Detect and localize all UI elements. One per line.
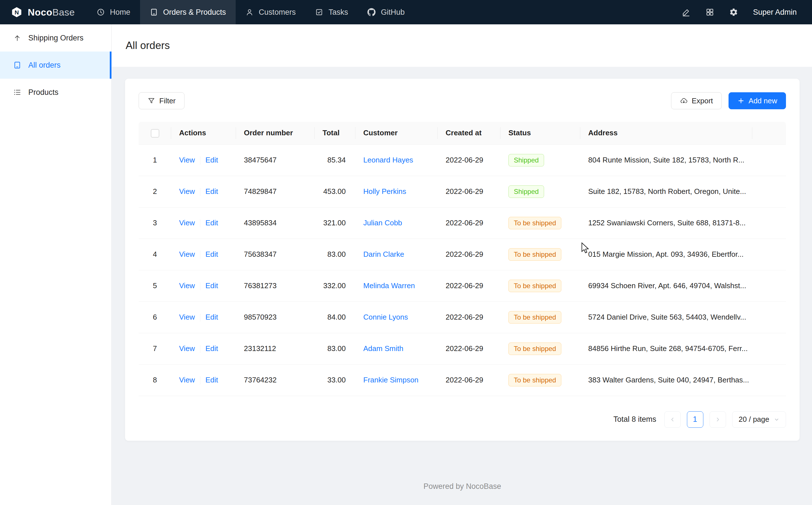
row-customer: Connie Lyons: [355, 302, 438, 333]
row-total: 33.00: [315, 364, 355, 396]
row-filler: [752, 270, 786, 302]
add-new-button[interactable]: Add new: [729, 92, 786, 109]
view-link[interactable]: View: [179, 376, 195, 384]
table-row: 7 ViewEdit 23132112 83.00 Adam Smith 202…: [139, 333, 786, 364]
page-header: All orders: [112, 24, 812, 67]
edit-link[interactable]: Edit: [205, 187, 218, 196]
view-link[interactable]: View: [179, 313, 195, 321]
view-link[interactable]: View: [179, 156, 195, 164]
edit-link[interactable]: Edit: [205, 376, 218, 384]
customer-link[interactable]: Julian Cobb: [363, 218, 402, 227]
github-icon: [367, 8, 376, 16]
view-link[interactable]: View: [179, 187, 195, 196]
pagination-page-1[interactable]: 1: [687, 411, 703, 428]
chevron-right-icon: [715, 416, 721, 423]
view-link[interactable]: View: [179, 344, 195, 353]
table-row: 8 ViewEdit 73764232 33.00 Frankie Simpso…: [139, 364, 786, 396]
powered-by-link[interactable]: Powered by NocoBase: [125, 482, 800, 491]
edit-link[interactable]: Edit: [205, 250, 218, 259]
edit-link[interactable]: Edit: [205, 344, 218, 353]
action-divider: [200, 219, 200, 227]
export-button[interactable]: Export: [671, 92, 722, 109]
filter-button-label: Filter: [159, 97, 176, 105]
select-all-checkbox[interactable]: [151, 129, 159, 138]
ui-editor-pen-icon[interactable]: [682, 8, 691, 17]
sidebar-item-all-orders[interactable]: All orders: [0, 51, 111, 79]
status-badge: Shipped: [508, 154, 544, 166]
row-actions: ViewEdit: [171, 270, 236, 302]
row-status: To be shipped: [501, 302, 580, 333]
view-link[interactable]: View: [179, 250, 195, 259]
action-divider: [200, 282, 200, 290]
row-filler: [752, 238, 786, 270]
status-badge: To be shipped: [508, 217, 561, 229]
row-order-number: 98570923: [236, 302, 315, 333]
nav-item-label: GitHub: [381, 8, 404, 17]
main-area: All orders Filter Export: [112, 24, 812, 505]
action-divider: [200, 157, 200, 164]
edit-link[interactable]: Edit: [205, 281, 218, 290]
row-filler: [752, 302, 786, 333]
row-index: 6: [139, 302, 171, 333]
pagination-prev-button[interactable]: [664, 411, 681, 428]
customer-link[interactable]: Connie Lyons: [363, 313, 408, 321]
sidebar-item-products[interactable]: Products: [0, 79, 111, 106]
brand-name: NocoBase: [28, 7, 75, 18]
action-divider: [200, 188, 200, 196]
row-created-at: 2022-06-29: [438, 144, 501, 176]
view-link[interactable]: View: [179, 218, 195, 227]
customer-link[interactable]: Frankie Simpson: [363, 376, 419, 384]
nav-item-tasks[interactable]: Tasks: [305, 0, 358, 24]
row-index: 4: [139, 238, 171, 270]
nav-item-home[interactable]: Home: [87, 0, 140, 24]
plugins-grid-icon[interactable]: [705, 8, 715, 17]
user-menu[interactable]: Super Admin: [753, 8, 797, 17]
view-link[interactable]: View: [179, 281, 195, 290]
row-customer: Melinda Warren: [355, 270, 438, 302]
row-address: 69934 Schoen River, Apt. 646, 49704, Wal…: [580, 270, 752, 302]
edit-link[interactable]: Edit: [205, 156, 218, 164]
sidebar-item-shipping-orders[interactable]: Shipping Orders: [0, 24, 111, 51]
nav-item-orders-products[interactable]: Orders & Products: [140, 0, 236, 24]
table-row: 2 ViewEdit 74829847 453.00 Holly Perkins…: [139, 176, 786, 207]
customer-link[interactable]: Darin Clarke: [363, 250, 404, 259]
cloud-download-icon: [680, 97, 688, 105]
edit-link[interactable]: Edit: [205, 218, 218, 227]
row-order-number: 73764232: [236, 364, 315, 396]
nav-item-github[interactable]: GitHub: [358, 0, 414, 24]
settings-gear-icon[interactable]: [729, 8, 738, 17]
status-badge: To be shipped: [508, 343, 561, 355]
table-header: Actions Order number Total Customer Crea…: [139, 122, 786, 144]
customer-link[interactable]: Leonard Hayes: [363, 156, 413, 164]
row-created-at: 2022-06-29: [438, 238, 501, 270]
edit-link[interactable]: Edit: [205, 313, 218, 321]
table-row: 6 ViewEdit 98570923 84.00 Connie Lyons 2…: [139, 302, 786, 333]
row-actions: ViewEdit: [171, 207, 236, 238]
svg-text:N: N: [14, 9, 19, 16]
row-actions: ViewEdit: [171, 333, 236, 364]
filter-button[interactable]: Filter: [139, 92, 185, 109]
row-status: Shipped: [501, 144, 580, 176]
page-size-select[interactable]: 20 / page: [732, 411, 786, 428]
row-total: 83.00: [315, 333, 355, 364]
brand[interactable]: N NocoBase: [0, 0, 87, 24]
status-badge: To be shipped: [508, 374, 561, 386]
row-order-number: 23132112: [236, 333, 315, 364]
row-order-number: 75638347: [236, 238, 315, 270]
customer-link[interactable]: Holly Perkins: [363, 187, 406, 196]
topbar-right: Super Admin: [682, 0, 812, 24]
add-new-button-label: Add new: [749, 97, 777, 105]
status-badge: To be shipped: [508, 311, 561, 324]
table-row: 1 ViewEdit 38475647 85.34 Leonard Hayes …: [139, 144, 786, 176]
customer-link[interactable]: Adam Smith: [363, 344, 403, 353]
filter-funnel-icon: [148, 97, 155, 105]
nav-item-label: Orders & Products: [163, 8, 226, 17]
customer-link[interactable]: Melinda Warren: [363, 281, 415, 290]
sidebar-item-label: All orders: [28, 61, 60, 69]
row-total: 85.34: [315, 144, 355, 176]
nav-item-customers[interactable]: Customers: [236, 0, 306, 24]
row-filler: [752, 144, 786, 176]
row-filler: [752, 207, 786, 238]
row-filler: [752, 333, 786, 364]
pagination-next-button[interactable]: [710, 411, 726, 428]
